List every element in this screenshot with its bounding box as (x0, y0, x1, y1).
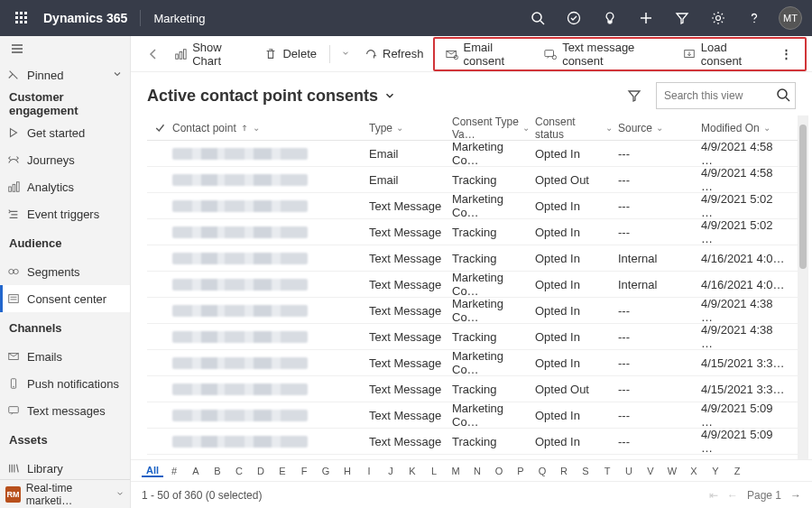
sms-consent-icon (544, 48, 557, 60)
sidebar-item-analytics[interactable]: Analytics (0, 173, 130, 200)
contact-point-redacted (172, 148, 308, 160)
sidebar-group-head: Assets (0, 424, 130, 455)
sidebar-item-event-triggers[interactable]: Event triggers (0, 200, 130, 227)
alpha-jump-t[interactable]: T (596, 466, 618, 476)
alpha-jump-r[interactable]: R (553, 466, 575, 476)
col-consent-type-value[interactable]: Consent Type Va… ⌄ (452, 115, 535, 141)
alpha-jump-all[interactable]: All (142, 465, 163, 477)
alpha-jump-n[interactable]: N (466, 466, 488, 476)
app-launcher-button[interactable] (4, 0, 40, 36)
table-row[interactable]: Text MessageTrackingOpted In---4/9/2021 … (147, 429, 808, 455)
alpha-jump-y[interactable]: Y (705, 466, 726, 476)
sidebar-item-emails[interactable]: Emails (0, 343, 130, 370)
svg-rect-26 (180, 51, 182, 59)
alpha-jump-a[interactable]: A (185, 466, 207, 476)
select-all-checkbox[interactable] (147, 123, 172, 134)
table-row[interactable]: Text MessageMarketing Co…Opted InInterna… (147, 272, 808, 298)
more-commands-button[interactable]: ⋮ (771, 47, 801, 60)
grid-filter-button[interactable] (620, 81, 649, 110)
delete-button[interactable]: Delete (257, 41, 324, 68)
sidebar-group-head: Channels (0, 312, 130, 343)
table-row[interactable]: Text MessageTrackingOpted In---4/9/2021 … (147, 324, 808, 350)
sidebar-toggle[interactable] (0, 42, 34, 56)
table-row[interactable]: Text MessageTrackingOpted InInternal4/16… (147, 245, 808, 272)
refresh-button[interactable]: Refresh (357, 41, 431, 68)
sidebar-pinned[interactable]: Pinned (0, 61, 130, 88)
help-button[interactable] (736, 0, 772, 36)
alpha-jump-s[interactable]: S (575, 466, 596, 476)
svg-rect-0 (15, 12, 18, 14)
funnel-icon (627, 88, 641, 103)
col-contact-point[interactable]: Contact point ⌄ (172, 122, 369, 134)
alpha-jump-d[interactable]: D (250, 466, 272, 476)
assistant-button[interactable] (592, 0, 628, 36)
col-source[interactable]: Source ⌄ (618, 122, 701, 134)
alpha-jump-b[interactable]: B (207, 466, 228, 476)
search-button[interactable] (520, 0, 556, 36)
alpha-jump-x[interactable]: X (683, 466, 705, 476)
account-button[interactable]: MT (772, 0, 808, 36)
first-page-button[interactable]: ⇤ (709, 489, 718, 502)
table-row[interactable]: Text MessageMarketing Co…Opted In---4/9/… (147, 402, 808, 429)
alpha-jump-f[interactable]: F (293, 466, 315, 476)
alpha-jump-v[interactable]: V (640, 466, 661, 476)
settings-button[interactable] (700, 0, 736, 36)
svg-rect-25 (176, 54, 179, 59)
table-row[interactable]: Text MessageTrackingOpted In---4/9/2021 … (147, 219, 808, 245)
email-consent-button[interactable]: Email consent (438, 41, 538, 68)
alpha-jump-w[interactable]: W (661, 466, 683, 476)
col-type[interactable]: Type ⌄ (369, 122, 452, 134)
show-chart-button[interactable]: Show Chart (167, 41, 255, 68)
sidebar-item-push-notifications[interactable]: Push notifications (0, 370, 130, 397)
sidebar-item-segments[interactable]: Segments (0, 258, 130, 285)
sidebar-item-text-messages[interactable]: Text messages (0, 397, 130, 424)
area-switcher[interactable]: RM Real-time marketi… (0, 479, 130, 508)
next-page-button[interactable]: → (790, 489, 801, 502)
table-row[interactable]: Text MessageMarketing Co…Opted In---4/9/… (147, 193, 808, 219)
delete-split-button[interactable] (336, 47, 355, 60)
search-input[interactable] (656, 82, 796, 109)
add-button[interactable] (628, 0, 664, 36)
alpha-jump-k[interactable]: K (401, 466, 423, 476)
view-selector[interactable]: Active contact point consents (147, 87, 396, 106)
filter-button[interactable] (664, 0, 700, 36)
alpha-jump-e[interactable]: E (272, 466, 293, 476)
sidebar-item-get-started[interactable]: Get started (0, 119, 130, 146)
plus-icon (639, 11, 653, 25)
alpha-jump-c[interactable]: C (228, 466, 250, 476)
alpha-jump-g[interactable]: G (315, 466, 337, 476)
alpha-jump-m[interactable]: M (445, 466, 466, 476)
alpha-jump-#[interactable]: # (163, 466, 185, 476)
alpha-jump-u[interactable]: U (618, 466, 640, 476)
alpha-jump-o[interactable]: O (488, 466, 510, 476)
sidebar-item-consent-center[interactable]: Consent center (0, 285, 130, 312)
back-button[interactable] (142, 47, 165, 61)
search-icon[interactable] (776, 88, 790, 105)
load-consent-button[interactable]: Load consent (676, 41, 771, 68)
alpha-jump-j[interactable]: J (380, 466, 401, 476)
task-button[interactable] (556, 0, 592, 36)
prev-page-button[interactable]: ← (727, 489, 738, 502)
area-switcher-label: Real-time marketi… (26, 482, 115, 507)
funnel-icon (675, 11, 689, 25)
table-row[interactable]: Text MessageTrackingOpted Out---4/15/202… (147, 376, 808, 402)
alpha-jump-z[interactable]: Z (726, 466, 748, 476)
table-row[interactable]: Text MessageMarketing Co…Opted In---4/15… (147, 350, 808, 376)
table-row[interactable]: Text MessageMarketing Co…Opted In---4/9/… (147, 298, 808, 324)
contact-point-redacted (172, 410, 308, 421)
chevron-down-icon[interactable] (112, 69, 123, 82)
alpha-jump-q[interactable]: Q (531, 466, 553, 476)
chevron-down-icon (115, 488, 125, 501)
sidebar-item-library[interactable]: Library (0, 455, 130, 479)
alpha-jump-p[interactable]: P (510, 466, 531, 476)
table-row[interactable]: EmailTrackingOpted Out---4/9/2021 4:58 … (147, 167, 808, 193)
alpha-jump-l[interactable]: L (423, 466, 445, 476)
alpha-jump-i[interactable]: I (358, 466, 380, 476)
alpha-jump-h[interactable]: H (337, 466, 358, 476)
col-consent-status[interactable]: Consent status ⌄ (535, 115, 618, 141)
sidebar-item-journeys[interactable]: Journeys (0, 146, 130, 173)
text-consent-button[interactable]: Text message consent (537, 41, 676, 68)
table-row[interactable]: EmailMarketing Co…Opted In---4/9/2021 4:… (147, 141, 808, 167)
grid-scrollbar[interactable] (798, 115, 808, 459)
col-modified-on[interactable]: Modified On ⌄ (701, 122, 791, 134)
